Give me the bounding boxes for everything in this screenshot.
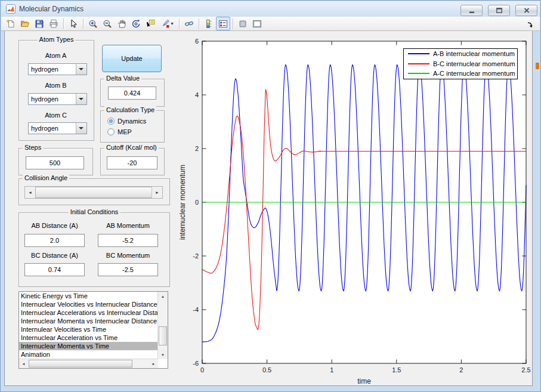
y-tick-label: -6	[193, 360, 199, 367]
legend-entry: A-C internuclear momentum	[404, 69, 517, 79]
plot-legend[interactable]: A-B internuclear momentumB-C internuclea…	[403, 48, 518, 79]
y-axis-label: internuclear momentum	[178, 165, 187, 240]
legend-label: B-C internuclear momentum	[433, 60, 515, 67]
legend-line-sample	[408, 63, 429, 64]
x-axis-label: time	[357, 377, 371, 385]
y-tick-label: 2	[195, 145, 199, 152]
x-tick-label: 1	[330, 366, 333, 374]
x-tick-label: 0.5	[262, 366, 271, 374]
legend-label: A-B internuclear momentum	[433, 50, 515, 57]
y-tick-label: 0	[195, 199, 199, 206]
legend-entry: B-C internuclear momentum	[404, 59, 517, 69]
legend-label: A-C internuclear momentum	[433, 70, 515, 77]
y-tick-label: 6	[195, 38, 199, 45]
y-tick-label: -2	[193, 252, 199, 260]
figure-window: Molecular Dynamics ▾ Atom Types Atom A h…	[0, 0, 541, 392]
x-tick-label: 2.5	[521, 366, 530, 374]
legend-line-sample	[408, 73, 429, 74]
x-tick-label: 1.5	[392, 366, 401, 374]
x-tick-label: 0	[200, 366, 204, 374]
legend-line-sample	[408, 53, 429, 54]
legend-entry: A-B internuclear momentum	[404, 49, 517, 59]
x-tick-label: 2	[459, 366, 463, 374]
y-tick-label: 4	[195, 91, 199, 98]
y-tick-label: -4	[193, 306, 199, 313]
